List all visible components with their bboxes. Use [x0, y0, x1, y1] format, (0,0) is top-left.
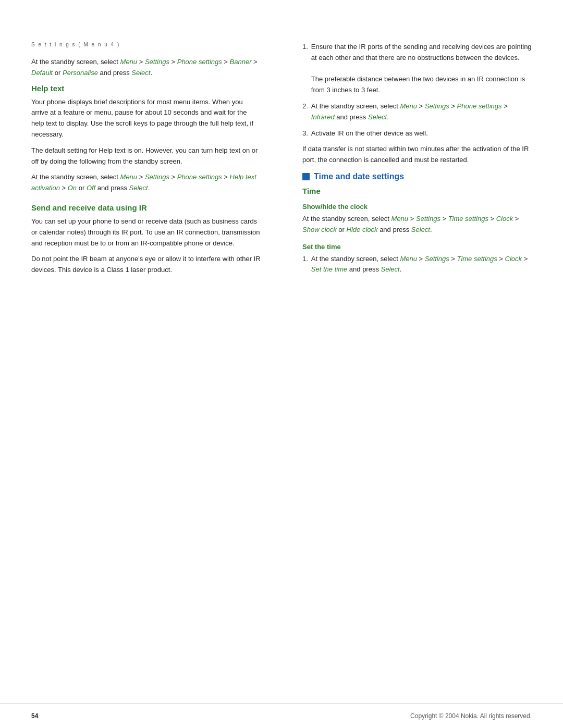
list-num-2: 2.: [302, 101, 308, 123]
set-set-time-link: Set the time: [311, 265, 347, 273]
intro-settings-link: Settings: [145, 58, 169, 66]
if-transfer-text: If data transfer is not started within t…: [302, 144, 532, 166]
ir-menu-link: Menu: [400, 102, 417, 110]
intro-menu-link: Menu: [120, 58, 138, 66]
list-content-3: Activate IR on the other device as well.: [311, 128, 532, 139]
set-time-settings-link: Time settings: [457, 255, 497, 263]
help-off-link: Off: [87, 184, 95, 192]
set-menu-link: Menu: [400, 255, 417, 263]
help-select-link: Select: [129, 184, 148, 192]
intro-paragraph: At the standby screen, select Menu > Set…: [31, 57, 261, 79]
right-column: 1. Ensure that the IR ports of the sendi…: [292, 42, 532, 683]
show-hide-clock-link: Hide clock: [347, 226, 378, 233]
send-receive-body2: Do not point the IR beam at anyone's eye…: [31, 254, 261, 276]
ir-select-link: Select: [368, 113, 387, 121]
help-menu-link: Menu: [120, 173, 138, 181]
show-clock-link: Clock: [496, 215, 513, 223]
page: S e t t i n g s ( M e n u 4 ) At the sta…: [0, 0, 563, 728]
time-date-section-header: Time and date settings: [302, 172, 532, 181]
set-time-item-1: 1. At the standby screen, select Menu > …: [302, 254, 532, 276]
set-clock-link: Clock: [505, 255, 522, 263]
footer: 54 Copyright © 2004 Nokia. All rights re…: [0, 704, 563, 728]
footer-copyright: Copyright © 2004 Nokia. All rights reser…: [410, 712, 532, 720]
set-settings-link: Settings: [425, 255, 449, 263]
show-time-settings-link: Time settings: [448, 215, 488, 223]
help-on-link: On: [68, 184, 77, 192]
list-content-1: Ensure that the IR ports of the sending …: [311, 42, 532, 96]
list-item-1: 1. Ensure that the IR ports of the sendi…: [302, 42, 532, 96]
ir-infrared-link: Infrared: [311, 113, 335, 121]
set-time-content-1: At the standby screen, select Menu > Set…: [311, 254, 532, 276]
intro-default-link: Default: [31, 69, 53, 77]
show-hide-clock-title: Show/hide the clock: [302, 203, 532, 211]
set-time-num-1: 1.: [302, 254, 308, 276]
send-receive-body1: You can set up your phone to send or rec…: [31, 216, 261, 249]
time-section-title: Time: [302, 187, 532, 195]
set-time-title: Set the time: [302, 243, 532, 251]
list-num-3: 3.: [302, 128, 308, 139]
blue-square-icon: [302, 173, 310, 180]
show-show-clock-link: Show clock: [302, 226, 337, 233]
content-area: S e t t i n g s ( M e n u 4 ) At the sta…: [0, 0, 563, 704]
intro-banner-link: Banner: [230, 58, 252, 66]
set-time-list: 1. At the standby screen, select Menu > …: [302, 254, 532, 276]
time-date-section-title: Time and date settings: [314, 172, 404, 181]
intro-select-link: Select: [131, 69, 150, 77]
help-text-body2: The default setting for Help text is on.…: [31, 145, 261, 167]
show-hide-body: At the standby screen, select Menu > Set…: [302, 214, 532, 236]
set-select-link: Select: [381, 265, 400, 273]
show-settings-link: Settings: [416, 215, 440, 223]
show-menu-link: Menu: [391, 215, 409, 223]
send-receive-section-title: Send and receive data using IR: [31, 203, 261, 212]
list-content-2: At the standby screen, select Menu > Set…: [311, 101, 532, 123]
ir-settings-link: Settings: [425, 102, 449, 110]
left-column: S e t t i n g s ( M e n u 4 ) At the sta…: [31, 42, 271, 683]
section-header-label: S e t t i n g s ( M e n u 4 ): [31, 42, 261, 47]
ir-phone-settings-link: Phone settings: [457, 102, 502, 110]
help-phone-settings-link: Phone settings: [177, 173, 222, 181]
intro-phone-settings-link: Phone settings: [177, 58, 222, 66]
footer-page-number: 54: [31, 712, 38, 720]
help-settings-link: Settings: [145, 173, 169, 181]
help-text-body3: At the standby screen, select Menu > Set…: [31, 172, 261, 194]
list-item-1-text: Ensure that the IR ports of the sending …: [311, 43, 532, 61]
show-select-link: Select: [411, 226, 430, 233]
ir-instructions-list: 1. Ensure that the IR ports of the sendi…: [302, 42, 532, 139]
list-item-3: 3. Activate IR on the other device as we…: [302, 128, 532, 139]
list-item-1-note: The preferable distance between the two …: [311, 75, 525, 94]
help-text-body1: Your phone displays brief descriptions f…: [31, 97, 261, 140]
list-num-1: 1.: [302, 42, 308, 96]
help-text-section-title: Help text: [31, 84, 261, 93]
list-item-2: 2. At the standby screen, select Menu > …: [302, 101, 532, 123]
intro-personalise-link: Personalise: [63, 69, 98, 77]
